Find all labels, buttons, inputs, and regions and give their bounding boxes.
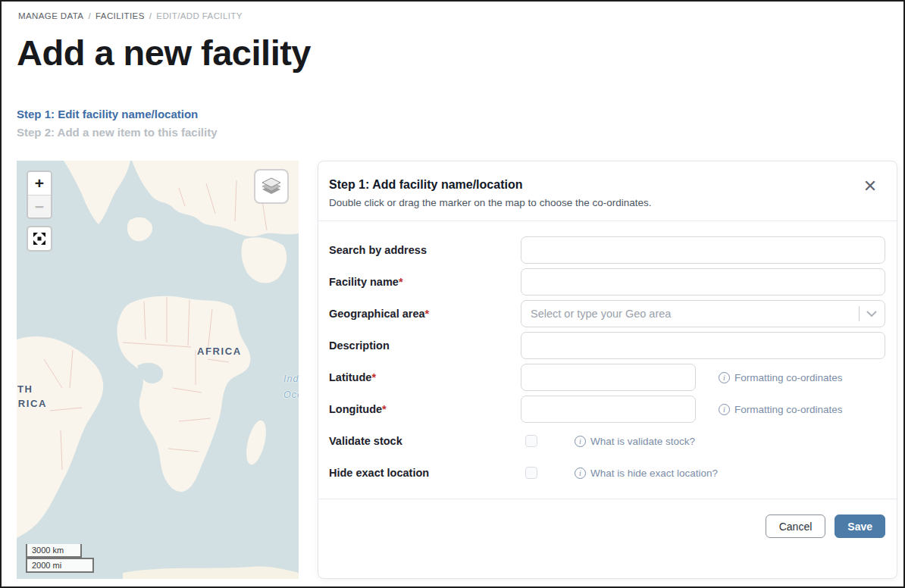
select-divider: [859, 306, 860, 321]
required-marker: *: [425, 308, 430, 320]
panel-footer: Cancel Save: [318, 499, 897, 538]
panel-body: Search by address Facility name* Geograp…: [318, 221, 897, 486]
validate-stock-label: Validate stock: [329, 435, 521, 447]
form-row-longitude: Longitude* iFormatting co-ordinates: [329, 396, 885, 423]
zoom-in-button[interactable]: +: [28, 172, 51, 195]
breadcrumb-current: EDIT/ADD FACILITY: [156, 11, 243, 20]
longitude-label: Longitude: [329, 403, 382, 415]
panel-header: Step 1: Add facility name/location Doubl…: [318, 161, 897, 221]
longitude-input[interactable]: [521, 396, 696, 423]
geo-area-placeholder: Select or type your Geo area: [531, 308, 859, 320]
formatting-coordinates-link[interactable]: iFormatting co-ordinates: [719, 404, 843, 415]
map-scale-control: 3000 km 2000 mi: [26, 544, 94, 573]
form-row-description: Description: [329, 332, 885, 359]
form-row-geo-area: Geographical area* Select or type your G…: [329, 300, 885, 327]
facility-name-input[interactable]: [521, 268, 885, 296]
breadcrumb: MANAGE DATA/FACILITIES/EDIT/ADD FACILITY: [18, 11, 243, 20]
breadcrumb-separator: /: [88, 11, 91, 20]
description-input[interactable]: [521, 332, 885, 359]
info-icon: i: [719, 372, 730, 383]
form-row-validate-stock: Validate stock iWhat is validate stock?: [329, 427, 885, 455]
scale-km: 3000 km: [26, 544, 82, 558]
required-marker: *: [399, 276, 403, 288]
map-label-south-america: SOUTH AMERICA: [17, 382, 47, 411]
panel-subtitle: Double click or drag the marker on the m…: [329, 197, 875, 208]
page: MANAGE DATA/FACILITIES/EDIT/ADD FACILITY…: [0, 0, 905, 588]
formatting-coordinates-link[interactable]: iFormatting co-ordinates: [719, 372, 843, 383]
required-marker: *: [382, 403, 387, 415]
panel-title: Step 1: Add facility name/location: [329, 178, 875, 192]
what-is-validate-stock-link[interactable]: iWhat is validate stock?: [575, 436, 695, 447]
search-address-label: Search by address: [329, 244, 521, 256]
step-1-link[interactable]: Step 1: Edit facility name/location: [17, 108, 198, 120]
what-is-hide-location-link[interactable]: iWhat is hide exact location?: [575, 468, 718, 479]
geo-area-label: Geographical area: [329, 308, 425, 320]
map-zoom-control: + −: [27, 170, 52, 219]
info-icon: i: [575, 468, 586, 479]
hide-location-label: Hide exact location: [329, 467, 521, 479]
breadcrumb-facilities[interactable]: FACILITIES: [96, 11, 145, 20]
form-row-hide-location: Hide exact location iWhat is hide exact …: [329, 459, 885, 486]
required-marker: *: [371, 371, 376, 383]
add-facility-panel: Step 1: Add facility name/location Doubl…: [318, 161, 897, 579]
chevron-down-icon[interactable]: [866, 311, 877, 317]
breadcrumb-manage-data[interactable]: MANAGE DATA: [18, 11, 83, 20]
form-row-facility-name: Facility name*: [329, 268, 885, 296]
search-address-input[interactable]: [521, 236, 885, 264]
layers-icon: [260, 176, 283, 197]
save-button[interactable]: Save: [835, 514, 885, 538]
latitude-label: Latitude: [329, 371, 371, 383]
form-row-search-address: Search by address: [329, 236, 885, 264]
fullscreen-button[interactable]: [27, 226, 52, 252]
zoom-out-button[interactable]: −: [28, 195, 51, 217]
latitude-input[interactable]: [521, 364, 696, 391]
info-icon: i: [719, 404, 730, 415]
hide-location-checkbox[interactable]: [525, 467, 537, 479]
info-icon: i: [575, 436, 586, 447]
description-label: Description: [329, 339, 521, 352]
page-title: Add a new facility: [17, 32, 311, 74]
breadcrumb-separator: /: [149, 11, 152, 20]
fullscreen-icon: [33, 232, 46, 246]
geo-area-select[interactable]: Select or type your Geo area: [521, 300, 885, 327]
map-land-shapes: [17, 161, 299, 579]
layers-button[interactable]: [254, 169, 289, 204]
scale-mi: 2000 mi: [26, 558, 94, 573]
cancel-button[interactable]: Cancel: [766, 514, 826, 538]
validate-stock-checkbox[interactable]: [525, 435, 537, 447]
step-2-link[interactable]: Step 2: Add a new item to this facility: [17, 126, 218, 139]
form-row-latitude: Latitude* iFormatting co-ordinates: [329, 364, 885, 391]
close-icon[interactable]: ✕: [860, 177, 880, 196]
map-panel[interactable]: AFRICA SOUTH AMERICA Indian Ocean + −: [17, 161, 299, 579]
map-label-indian-ocean: Indian Ocean: [283, 371, 299, 403]
map-label-africa: AFRICA: [197, 346, 242, 357]
facility-name-label: Facility name: [329, 276, 399, 288]
